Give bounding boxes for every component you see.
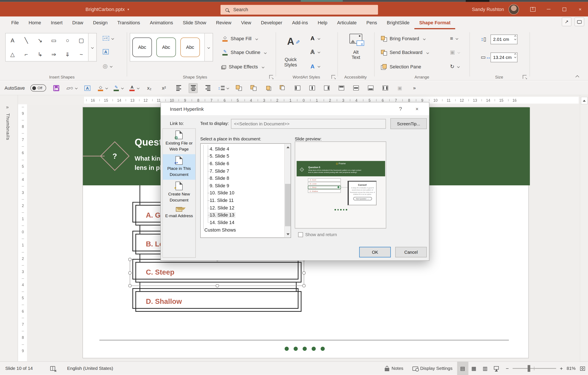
- slide-list-item[interactable]: 4. Slide 4: [201, 145, 284, 152]
- zoom-slider-thumb[interactable]: [528, 365, 530, 372]
- slide-list-item[interactable]: 6. Slide 6: [201, 160, 284, 167]
- close-button[interactable]: ×: [572, 2, 588, 17]
- group-objects-button[interactable]: ▣: [450, 48, 466, 57]
- ribbon-tab[interactable]: Developer: [256, 17, 287, 29]
- vertical-ruler[interactable]: 9876543210123456789: [19, 106, 27, 360]
- scroll-up-button[interactable]: [284, 144, 291, 150]
- shape-width-input[interactable]: 13.24 cm: [490, 53, 517, 62]
- slide-list-item[interactable]: 12. Slide 12: [201, 204, 284, 211]
- text-outline-button[interactable]: A: [311, 47, 330, 56]
- show-and-return-checkbox[interactable]: [298, 232, 303, 237]
- scrollbar-thumb[interactable]: [285, 184, 291, 226]
- avatar[interactable]: [508, 4, 519, 14]
- align-objects-middle-button[interactable]: [351, 83, 360, 93]
- resize-handle[interactable]: [128, 258, 132, 261]
- width-spinner[interactable]: [514, 54, 516, 58]
- text-to-display-input[interactable]: <<Selection in Document>>: [231, 119, 386, 129]
- send-backward-button[interactable]: Send Backward: [381, 48, 429, 57]
- toolbar-overflow-button[interactable]: »: [410, 83, 419, 93]
- shape-style-sample[interactable]: Abc: [157, 37, 176, 57]
- resize-handle[interactable]: [302, 271, 306, 275]
- slide-list-item[interactable]: 8. Slide 8: [201, 175, 284, 182]
- resize-handle[interactable]: [216, 284, 219, 288]
- shape-gallery-item[interactable]: A: [10, 37, 14, 44]
- document-title[interactable]: BrightCarbon.pptx ▾: [85, 2, 129, 17]
- shape-gallery-item[interactable]: ⌐: [24, 51, 28, 57]
- zoom-out-button[interactable]: −: [506, 365, 509, 372]
- cancel-button[interactable]: Cancel: [395, 247, 427, 257]
- zoom-slider[interactable]: [513, 368, 556, 369]
- notes-button[interactable]: Notes: [380, 362, 408, 375]
- slide-list-item[interactable]: 9. Slide 9: [201, 182, 284, 189]
- save-button[interactable]: [52, 83, 61, 93]
- resize-handle[interactable]: [302, 284, 306, 288]
- document-places-list[interactable]: 4. Slide 45. Slide 56. Slide 67. Slide 7…: [200, 143, 291, 238]
- fit-slide-to-window-button[interactable]: [580, 366, 585, 371]
- shape-height-input[interactable]: 2.01 cm: [490, 35, 517, 44]
- shape-gallery-item[interactable]: ~: [80, 51, 83, 57]
- expand-thumbnails-button[interactable]: »: [6, 104, 9, 110]
- link-to-item[interactable]: * Create NewDocument: [163, 180, 195, 205]
- dialog-titlebar[interactable]: Insert Hyperlink ? ×: [161, 102, 429, 115]
- shape-gallery-item[interactable]: ⇒: [51, 51, 56, 57]
- shape-gallery-item[interactable]: ▭: [51, 37, 56, 44]
- shape-fill-quick-button[interactable]: ◇: [98, 83, 108, 93]
- shape-styles-dialog-launcher[interactable]: [269, 75, 273, 79]
- share-button[interactable]: ↗: [562, 17, 571, 26]
- resize-handle[interactable]: [128, 284, 132, 288]
- ribbon-display-options-button[interactable]: [525, 2, 541, 17]
- ok-button[interactable]: OK: [359, 247, 391, 257]
- minimize-button[interactable]: [541, 2, 556, 17]
- ribbon-tab[interactable]: Home: [24, 17, 46, 29]
- link-to-item[interactable]: ◍ Existing File orWeb Page: [163, 129, 195, 154]
- shape-effects-button[interactable]: Shape Effects: [222, 62, 264, 72]
- ribbon-tab[interactable]: Transitions: [112, 17, 145, 29]
- align-text-left-button[interactable]: [174, 83, 183, 93]
- link-to-item[interactable]: ↩ Place in ThisDocument: [163, 154, 195, 180]
- ribbon-tab[interactable]: Insert: [46, 17, 67, 29]
- spell-check-icon[interactable]: [50, 366, 55, 371]
- shape-gallery-more-button[interactable]: [89, 33, 97, 62]
- ribbon-tab[interactable]: BrightSlide: [382, 17, 414, 29]
- thumbnails-label[interactable]: Thumbnails: [5, 113, 10, 140]
- insert-shape-button[interactable]: ▱○: [66, 83, 77, 93]
- slide-list-item[interactable]: 13. Slide 13: [201, 211, 284, 219]
- wordart-dialog-launcher[interactable]: [331, 75, 335, 79]
- ribbon-tab[interactable]: File: [6, 17, 24, 29]
- shape-outline-quick-button[interactable]: ✎: [113, 83, 123, 93]
- size-dialog-launcher[interactable]: [523, 75, 526, 79]
- zoom-percent[interactable]: 81%: [563, 366, 576, 371]
- screentip-button[interactable]: ScreenTip...: [390, 118, 427, 129]
- bring-forward-quick-button[interactable]: [234, 83, 243, 93]
- slide-list-item[interactable]: 10. Slide 10: [201, 189, 284, 196]
- send-backward-quick-button[interactable]: [249, 83, 258, 93]
- ribbon-tab[interactable]: Add-ins: [287, 17, 313, 29]
- align-objects-bottom-button[interactable]: [366, 83, 375, 93]
- slide-list-item[interactable]: 11. Slide 11: [201, 197, 284, 204]
- shape-gallery-item[interactable]: ○: [66, 37, 69, 44]
- dialog-close-button[interactable]: ×: [409, 102, 425, 115]
- alt-text-button[interactable]: Alt Text: [343, 34, 369, 60]
- shape-style-sample[interactable]: Abc: [132, 37, 152, 57]
- height-spinner[interactable]: [514, 36, 516, 40]
- slide-list-item[interactable]: 14. Slide 14: [201, 219, 284, 226]
- shape-gallery-item[interactable]: ⇓: [65, 51, 70, 57]
- shape-style-sample[interactable]: Abc: [180, 37, 200, 57]
- quick-styles-button[interactable]: A✎ Quick Styles: [278, 33, 303, 77]
- ribbon-tab[interactable]: View: [236, 17, 256, 29]
- collapse-ribbon-button[interactable]: [575, 74, 578, 79]
- edit-shape-button[interactable]: ⌐<: [103, 34, 119, 43]
- text-fill-button[interactable]: A: [311, 34, 330, 43]
- align-objects-right-button[interactable]: [322, 83, 331, 93]
- shape-gallery-item[interactable]: ↳: [38, 51, 42, 57]
- align-objects-center-button[interactable]: [307, 83, 316, 93]
- ribbon-tab[interactable]: Pens: [361, 17, 382, 29]
- text-box-button[interactable]: A: [103, 47, 119, 56]
- display-settings-button[interactable]: Display Settings: [408, 362, 457, 375]
- slide-sorter-view-button[interactable]: ▦: [468, 362, 480, 375]
- bring-to-front-button[interactable]: [264, 83, 273, 93]
- slide-show-button[interactable]: [491, 362, 502, 375]
- ribbon-tab[interactable]: Draw: [67, 17, 88, 29]
- text-effects-button[interactable]: A: [311, 62, 330, 71]
- shape-style-more-button[interactable]: [205, 33, 213, 62]
